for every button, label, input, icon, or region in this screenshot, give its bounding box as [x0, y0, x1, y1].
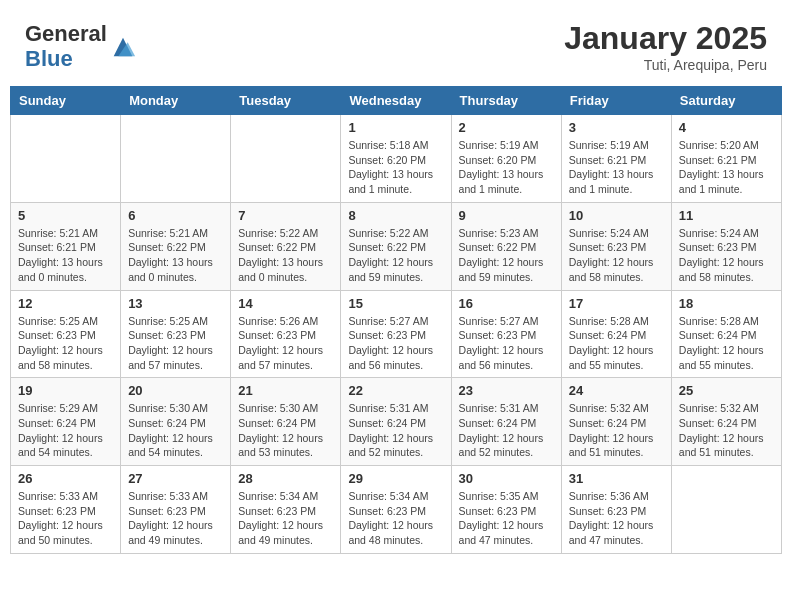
calendar-cell: 3Sunrise: 5:19 AM Sunset: 6:21 PM Daylig… [561, 115, 671, 203]
day-number: 31 [569, 471, 664, 486]
day-info: Sunrise: 5:32 AM Sunset: 6:24 PM Dayligh… [569, 401, 664, 460]
logo-text: General Blue [25, 22, 107, 70]
calendar-cell [231, 115, 341, 203]
location-title: Tuti, Arequipa, Peru [564, 57, 767, 73]
calendar-cell: 16Sunrise: 5:27 AM Sunset: 6:23 PM Dayli… [451, 290, 561, 378]
day-number: 6 [128, 208, 223, 223]
calendar-cell: 5Sunrise: 5:21 AM Sunset: 6:21 PM Daylig… [11, 202, 121, 290]
month-title: January 2025 [564, 20, 767, 57]
day-header-wednesday: Wednesday [341, 87, 451, 115]
day-number: 23 [459, 383, 554, 398]
calendar-cell: 24Sunrise: 5:32 AM Sunset: 6:24 PM Dayli… [561, 378, 671, 466]
calendar-cell: 9Sunrise: 5:23 AM Sunset: 6:22 PM Daylig… [451, 202, 561, 290]
calendar-cell: 8Sunrise: 5:22 AM Sunset: 6:22 PM Daylig… [341, 202, 451, 290]
calendar-cell: 25Sunrise: 5:32 AM Sunset: 6:24 PM Dayli… [671, 378, 781, 466]
calendar-cell: 15Sunrise: 5:27 AM Sunset: 6:23 PM Dayli… [341, 290, 451, 378]
calendar-cell: 28Sunrise: 5:34 AM Sunset: 6:23 PM Dayli… [231, 466, 341, 554]
day-number: 4 [679, 120, 774, 135]
day-info: Sunrise: 5:35 AM Sunset: 6:23 PM Dayligh… [459, 489, 554, 548]
calendar-cell: 11Sunrise: 5:24 AM Sunset: 6:23 PM Dayli… [671, 202, 781, 290]
day-number: 10 [569, 208, 664, 223]
day-info: Sunrise: 5:36 AM Sunset: 6:23 PM Dayligh… [569, 489, 664, 548]
day-number: 29 [348, 471, 443, 486]
day-info: Sunrise: 5:34 AM Sunset: 6:23 PM Dayligh… [238, 489, 333, 548]
day-number: 12 [18, 296, 113, 311]
day-info: Sunrise: 5:21 AM Sunset: 6:22 PM Dayligh… [128, 226, 223, 285]
calendar-cell: 21Sunrise: 5:30 AM Sunset: 6:24 PM Dayli… [231, 378, 341, 466]
calendar-cell: 22Sunrise: 5:31 AM Sunset: 6:24 PM Dayli… [341, 378, 451, 466]
day-number: 17 [569, 296, 664, 311]
day-info: Sunrise: 5:21 AM Sunset: 6:21 PM Dayligh… [18, 226, 113, 285]
day-info: Sunrise: 5:34 AM Sunset: 6:23 PM Dayligh… [348, 489, 443, 548]
day-info: Sunrise: 5:24 AM Sunset: 6:23 PM Dayligh… [569, 226, 664, 285]
day-number: 5 [18, 208, 113, 223]
logo: General Blue [25, 22, 137, 70]
day-number: 9 [459, 208, 554, 223]
calendar-cell: 4Sunrise: 5:20 AM Sunset: 6:21 PM Daylig… [671, 115, 781, 203]
day-number: 8 [348, 208, 443, 223]
day-header-tuesday: Tuesday [231, 87, 341, 115]
day-info: Sunrise: 5:22 AM Sunset: 6:22 PM Dayligh… [348, 226, 443, 285]
day-number: 1 [348, 120, 443, 135]
day-number: 21 [238, 383, 333, 398]
day-number: 27 [128, 471, 223, 486]
day-info: Sunrise: 5:28 AM Sunset: 6:24 PM Dayligh… [679, 314, 774, 373]
calendar-week-row: 26Sunrise: 5:33 AM Sunset: 6:23 PM Dayli… [11, 466, 782, 554]
day-info: Sunrise: 5:27 AM Sunset: 6:23 PM Dayligh… [348, 314, 443, 373]
day-info: Sunrise: 5:24 AM Sunset: 6:23 PM Dayligh… [679, 226, 774, 285]
day-number: 7 [238, 208, 333, 223]
calendar-cell: 30Sunrise: 5:35 AM Sunset: 6:23 PM Dayli… [451, 466, 561, 554]
page-header: General Blue January 2025 Tuti, Arequipa… [10, 10, 782, 78]
calendar-cell: 2Sunrise: 5:19 AM Sunset: 6:20 PM Daylig… [451, 115, 561, 203]
calendar-cell: 23Sunrise: 5:31 AM Sunset: 6:24 PM Dayli… [451, 378, 561, 466]
day-number: 15 [348, 296, 443, 311]
day-info: Sunrise: 5:20 AM Sunset: 6:21 PM Dayligh… [679, 138, 774, 197]
day-info: Sunrise: 5:23 AM Sunset: 6:22 PM Dayligh… [459, 226, 554, 285]
calendar-cell: 10Sunrise: 5:24 AM Sunset: 6:23 PM Dayli… [561, 202, 671, 290]
calendar-week-row: 12Sunrise: 5:25 AM Sunset: 6:23 PM Dayli… [11, 290, 782, 378]
day-header-friday: Friday [561, 87, 671, 115]
day-number: 2 [459, 120, 554, 135]
day-info: Sunrise: 5:32 AM Sunset: 6:24 PM Dayligh… [679, 401, 774, 460]
calendar-cell: 18Sunrise: 5:28 AM Sunset: 6:24 PM Dayli… [671, 290, 781, 378]
calendar-cell: 14Sunrise: 5:26 AM Sunset: 6:23 PM Dayli… [231, 290, 341, 378]
day-info: Sunrise: 5:30 AM Sunset: 6:24 PM Dayligh… [128, 401, 223, 460]
calendar-cell: 1Sunrise: 5:18 AM Sunset: 6:20 PM Daylig… [341, 115, 451, 203]
day-number: 16 [459, 296, 554, 311]
calendar-cell: 27Sunrise: 5:33 AM Sunset: 6:23 PM Dayli… [121, 466, 231, 554]
calendar-cell [11, 115, 121, 203]
day-header-saturday: Saturday [671, 87, 781, 115]
day-number: 25 [679, 383, 774, 398]
calendar-cell: 6Sunrise: 5:21 AM Sunset: 6:22 PM Daylig… [121, 202, 231, 290]
day-number: 13 [128, 296, 223, 311]
day-info: Sunrise: 5:25 AM Sunset: 6:23 PM Dayligh… [18, 314, 113, 373]
day-info: Sunrise: 5:19 AM Sunset: 6:21 PM Dayligh… [569, 138, 664, 197]
day-number: 3 [569, 120, 664, 135]
calendar-cell: 7Sunrise: 5:22 AM Sunset: 6:22 PM Daylig… [231, 202, 341, 290]
logo-blue: Blue [25, 46, 73, 71]
day-number: 22 [348, 383, 443, 398]
calendar-cell: 19Sunrise: 5:29 AM Sunset: 6:24 PM Dayli… [11, 378, 121, 466]
day-info: Sunrise: 5:25 AM Sunset: 6:23 PM Dayligh… [128, 314, 223, 373]
day-info: Sunrise: 5:19 AM Sunset: 6:20 PM Dayligh… [459, 138, 554, 197]
day-info: Sunrise: 5:31 AM Sunset: 6:24 PM Dayligh… [348, 401, 443, 460]
day-number: 11 [679, 208, 774, 223]
calendar-cell: 17Sunrise: 5:28 AM Sunset: 6:24 PM Dayli… [561, 290, 671, 378]
day-info: Sunrise: 5:26 AM Sunset: 6:23 PM Dayligh… [238, 314, 333, 373]
calendar-week-row: 5Sunrise: 5:21 AM Sunset: 6:21 PM Daylig… [11, 202, 782, 290]
day-header-thursday: Thursday [451, 87, 561, 115]
day-number: 14 [238, 296, 333, 311]
day-info: Sunrise: 5:22 AM Sunset: 6:22 PM Dayligh… [238, 226, 333, 285]
calendar-week-row: 1Sunrise: 5:18 AM Sunset: 6:20 PM Daylig… [11, 115, 782, 203]
day-number: 19 [18, 383, 113, 398]
day-info: Sunrise: 5:18 AM Sunset: 6:20 PM Dayligh… [348, 138, 443, 197]
day-number: 28 [238, 471, 333, 486]
day-number: 20 [128, 383, 223, 398]
day-header-monday: Monday [121, 87, 231, 115]
day-number: 18 [679, 296, 774, 311]
logo-general: General [25, 21, 107, 46]
day-header-sunday: Sunday [11, 87, 121, 115]
calendar-cell [121, 115, 231, 203]
calendar-cell: 12Sunrise: 5:25 AM Sunset: 6:23 PM Dayli… [11, 290, 121, 378]
calendar-cell: 29Sunrise: 5:34 AM Sunset: 6:23 PM Dayli… [341, 466, 451, 554]
